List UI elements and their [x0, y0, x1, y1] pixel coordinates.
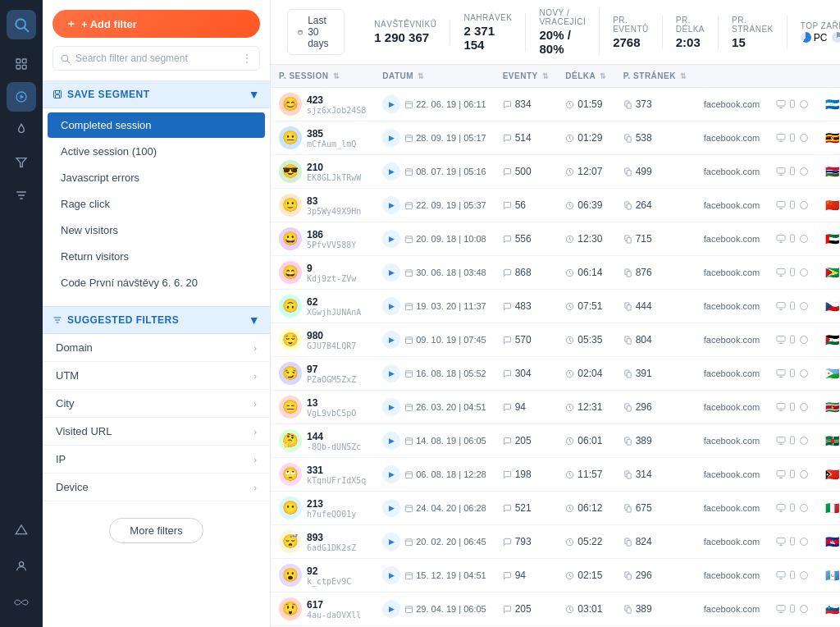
date-cell: ▶ 20. 02. 20 | 06:45 — [374, 525, 494, 559]
nav-help[interactable] — [7, 515, 36, 545]
col-session[interactable]: P. SESSION ⇅ — [271, 65, 374, 88]
calendar-small-icon — [404, 201, 413, 210]
session-events: 521 — [515, 502, 532, 514]
nav-infinity[interactable] — [7, 588, 36, 617]
nav-grid[interactable] — [7, 49, 36, 79]
svg-rect-51 — [406, 236, 413, 242]
clock-icon — [565, 100, 574, 109]
table-row: 😐 385 mCfAum_lmQ ▶ 28. 09. 19 | 05:17 51… — [271, 121, 840, 155]
date-filter[interactable]: Last 30 days — [287, 9, 345, 55]
apple-icon — [788, 570, 797, 580]
filter-item-visited-url[interactable]: Visited URL › — [43, 418, 270, 446]
table-row: 😄 9 Kdj9zt-ZVw ▶ 30. 06. 18 | 03:48 868 — [271, 256, 840, 290]
more-filters-button[interactable]: More filters — [109, 518, 203, 543]
session-cell: 🙃 62 XGwjhJUNAnA — [271, 290, 374, 323]
svg-rect-95 — [627, 405, 631, 410]
pages-cell: 373 — [615, 88, 696, 121]
suggested-filters-chevron[interactable]: ▼ — [249, 314, 260, 327]
session-count: 893 — [307, 532, 356, 543]
play-button[interactable]: ▶ — [382, 263, 400, 281]
referrer-cell: facebook.com — [696, 357, 768, 391]
col-events[interactable]: EVENTY ⇅ — [495, 65, 558, 88]
nav-play[interactable] — [7, 82, 36, 112]
search-filter-more[interactable]: ⋮ — [241, 52, 253, 65]
events-cell: 56 — [495, 189, 558, 222]
session-date: 15. 12. 19 | 04:51 — [416, 570, 486, 580]
avatar: 😀 — [279, 227, 302, 250]
apple-icon — [788, 503, 797, 513]
nav-logo[interactable] — [7, 10, 36, 39]
referrer-cell: facebook.com — [696, 593, 768, 626]
session-referrer: facebook.com — [704, 167, 760, 176]
session-count: 331 — [307, 465, 366, 476]
calendar-small-icon — [404, 134, 413, 143]
duration-cell: 12:30 — [557, 222, 614, 256]
svg-rect-59 — [406, 269, 413, 276]
segment-item-js-errors[interactable]: Javascript errors — [48, 165, 265, 190]
nav-heatmap[interactable] — [7, 115, 36, 144]
play-button[interactable]: ▶ — [382, 162, 400, 181]
filter-item-device[interactable]: Device › — [43, 474, 270, 501]
referrer-cell: facebook.com — [696, 525, 768, 559]
play-button[interactable]: ▶ — [382, 331, 400, 349]
col-duration[interactable]: DÉLKA ⇅ — [557, 65, 614, 88]
play-button[interactable]: ▶ — [382, 196, 400, 214]
search-filter-box[interactable]: Search filter and segment ⋮ — [52, 46, 260, 71]
play-button[interactable]: ▶ — [382, 432, 400, 450]
devices-cell — [768, 525, 817, 559]
play-button[interactable]: ▶ — [382, 465, 400, 483]
play-button[interactable]: ▶ — [382, 230, 400, 248]
save-segment-chevron[interactable]: ▼ — [249, 88, 260, 101]
filter-item-ip[interactable]: IP › — [43, 446, 270, 474]
add-filter-button[interactable]: ＋ + Add filter — [52, 10, 260, 38]
play-button[interactable]: ▶ — [382, 499, 400, 517]
segment-item-return-visitors[interactable]: Return visitors — [48, 244, 265, 269]
pages-icon — [623, 437, 632, 446]
svg-point-66 — [801, 269, 808, 277]
play-button[interactable]: ▶ — [382, 297, 400, 315]
play-button[interactable]: ▶ — [382, 600, 400, 618]
play-button[interactable]: ▶ — [382, 129, 400, 147]
country-cell: 🇬🇲 Gambia — [817, 155, 840, 189]
session-cell: 😌 980 GJU7B4LQR7 — [271, 323, 374, 357]
svg-rect-128 — [777, 538, 785, 544]
filter-item-utm[interactable]: UTM › — [43, 362, 270, 390]
session-duration: 06:14 — [578, 267, 602, 278]
date-cell: ▶ 16. 08. 18 | 05:52 — [374, 357, 494, 391]
session-pages: 824 — [636, 536, 652, 547]
svg-rect-67 — [406, 303, 413, 309]
pages-cell: 296 — [615, 391, 696, 424]
sort-icon: ⇅ — [542, 72, 550, 80]
events-cell: 793 — [495, 525, 558, 559]
play-button[interactable]: ▶ — [382, 95, 400, 113]
play-button[interactable]: ▶ — [382, 398, 400, 416]
segment-item-active[interactable]: Active session (100) — [48, 139, 265, 164]
filter-item-city[interactable]: City › — [43, 390, 270, 418]
nav-funnels[interactable] — [7, 148, 36, 177]
pages-icon — [623, 571, 632, 580]
session-id: mCfAum_lmQ — [307, 140, 356, 149]
svg-rect-83 — [406, 370, 413, 377]
session-cell: 😀 186 5PfvVVS88Y — [271, 222, 374, 256]
nav-profile[interactable] — [7, 551, 36, 581]
play-button[interactable]: ▶ — [382, 364, 400, 382]
apple-icon — [788, 200, 797, 210]
play-button[interactable]: ▶ — [382, 533, 400, 551]
segment-item-code[interactable]: Code První návštěvy 6. 6. 20 — [48, 270, 265, 295]
save-segment-label: SAVE SEGMENT — [67, 89, 149, 100]
filter-item-domain[interactable]: Domain › — [43, 334, 270, 362]
session-cell: 🙄 331 kTqnUFrIdX5q — [271, 458, 374, 492]
nav-segments[interactable] — [7, 181, 36, 210]
segment-item-rage[interactable]: Rage click — [48, 191, 265, 217]
comment-icon — [503, 403, 512, 412]
country-flag: 🇨🇳 — [825, 199, 839, 212]
calendar-small-icon — [404, 538, 413, 547]
col-pages[interactable]: P. STRÁNEK ⇅ — [615, 65, 696, 88]
play-button[interactable]: ▶ — [382, 566, 400, 584]
segment-item-new-visitors[interactable]: New visitors — [48, 217, 265, 243]
col-date[interactable]: DATUM ⇅ — [374, 65, 494, 88]
segment-item-completed[interactable]: Completed session — [48, 112, 265, 138]
comment-icon — [503, 369, 512, 378]
events-cell: 205 — [495, 593, 558, 626]
devices-cell — [768, 458, 817, 492]
